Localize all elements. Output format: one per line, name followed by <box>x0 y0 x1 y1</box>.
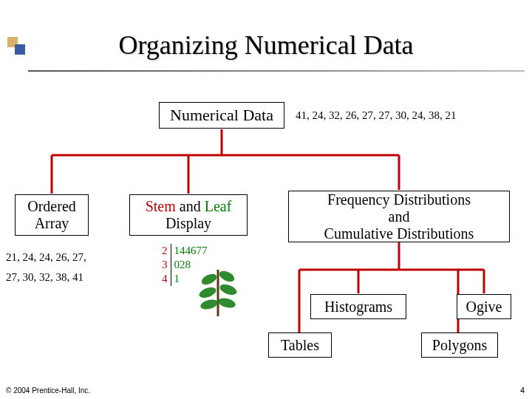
node-ordered-array: Ordered Array <box>15 194 89 236</box>
word-stem: Stem <box>146 198 176 214</box>
node-label: Numerical Data <box>170 106 273 124</box>
plant-icon <box>196 266 240 318</box>
node-frequency-distributions: Frequency Distributions and Cumulative D… <box>288 191 510 242</box>
stem-cell: 4 <box>159 272 171 286</box>
text-line: Stem and Leaf <box>146 198 232 215</box>
text-line: 27, 30, 32, 38, 41 <box>6 267 86 287</box>
svg-point-12 <box>200 272 218 287</box>
sample-data-values: 41, 24, 32, 26, 27, 27, 30, 24, 38, 21 <box>296 109 457 122</box>
node-tables: Tables <box>268 332 332 358</box>
svg-point-16 <box>200 298 219 311</box>
node-label: Ogive <box>466 299 502 316</box>
node-numerical-data: Numerical Data <box>159 102 284 129</box>
node-label: Histograms <box>324 299 392 316</box>
node-label: Tables <box>281 337 319 354</box>
text-line: Ordered <box>27 198 76 215</box>
svg-point-14 <box>198 285 218 299</box>
text-line: 21, 24, 24, 26, 27, <box>6 248 86 267</box>
svg-point-17 <box>217 296 236 310</box>
text-line: Array <box>35 215 69 232</box>
node-ogive: Ogive <box>457 294 511 319</box>
node-histograms: Histograms <box>310 294 406 319</box>
copyright-text: © 2004 Prentice-Hall, Inc. <box>6 386 90 395</box>
node-stem-and-leaf: Stem and Leaf Display <box>129 194 248 236</box>
word-leaf: Leaf <box>205 198 232 214</box>
word-and: and <box>176 198 205 214</box>
leaf-cell: 144677 <box>171 244 211 258</box>
page-number: 4 <box>520 386 525 395</box>
svg-point-15 <box>219 282 239 296</box>
stem-cell: 3 <box>159 258 171 272</box>
text-line: Frequency Distributions <box>327 191 471 208</box>
text-line: Display <box>166 215 211 232</box>
svg-point-13 <box>217 269 236 284</box>
node-polygons: Polygons <box>421 332 498 358</box>
stem-cell: 2 <box>159 244 171 258</box>
ordered-array-values: 21, 24, 24, 26, 27, 27, 30, 32, 38, 41 <box>6 248 86 287</box>
node-label: Polygons <box>432 337 487 354</box>
text-line: Cumulative Distributions <box>324 225 474 242</box>
text-line: and <box>389 208 410 225</box>
